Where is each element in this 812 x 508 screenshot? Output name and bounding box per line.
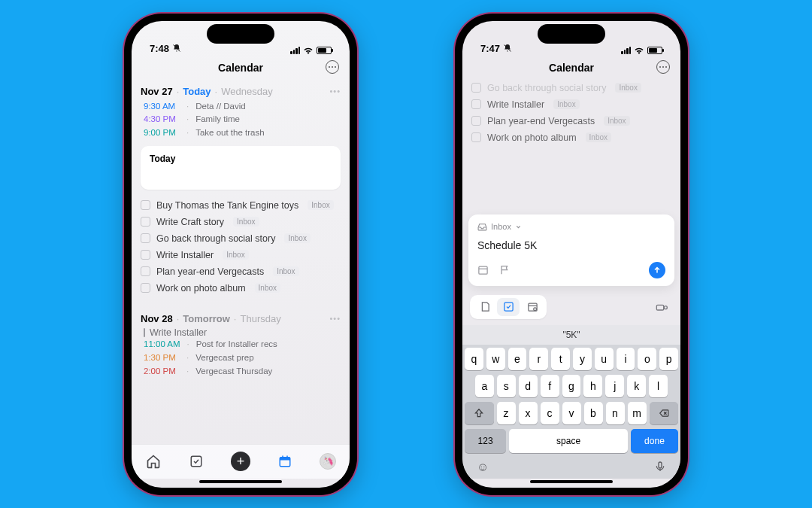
tab-add-button[interactable]: + [231, 452, 250, 471]
checkbox-icon[interactable] [141, 250, 150, 260]
checkbox-icon[interactable] [141, 200, 150, 210]
compose-title-input[interactable]: Schedule 5K [477, 239, 665, 251]
checkbox-icon[interactable] [141, 233, 150, 243]
event-row[interactable]: 2:00 PM·Vergecast Thursday [144, 365, 341, 379]
task-tag: Inbox [308, 200, 333, 210]
emoji-button[interactable]: ☺ [477, 461, 489, 474]
segment-note[interactable] [473, 298, 495, 316]
key-n[interactable]: n [606, 402, 625, 424]
key-h[interactable]: h [583, 375, 602, 397]
key-m[interactable]: m [628, 402, 647, 424]
key-l[interactable]: l [649, 375, 668, 397]
day-header-tomorrow[interactable]: Nov 28 · Tomorrow · Thursday ••• [141, 313, 341, 324]
svg-rect-13 [656, 305, 663, 310]
checkbox-icon[interactable] [141, 217, 150, 227]
key-d[interactable]: d [519, 375, 538, 397]
segment-task[interactable] [497, 298, 520, 316]
key-p[interactable]: p [659, 348, 678, 370]
svg-rect-7 [479, 266, 487, 274]
task-row[interactable]: Write InstallerInbox [141, 247, 341, 263]
task-row[interactable]: Write Craft storyInbox [141, 214, 341, 230]
date-icon[interactable] [477, 264, 489, 275]
task-row[interactable]: Buy Thomas the Tank Engine toysInbox [141, 197, 341, 214]
task-tag: Inbox [223, 250, 248, 260]
key-g[interactable]: g [562, 375, 581, 397]
flag-icon[interactable] [499, 264, 511, 275]
task-row[interactable]: Work on photo albumInbox [141, 280, 341, 297]
tab-tasks[interactable] [188, 453, 205, 470]
silent-icon [172, 44, 181, 53]
task-inline[interactable]: Write Installer [144, 327, 341, 338]
task-row[interactable]: Go back through social storyInbox [141, 230, 341, 247]
day-more-icon[interactable]: ••• [329, 314, 341, 323]
day-more-icon[interactable]: ••• [329, 87, 341, 96]
checkbox-icon [471, 132, 481, 142]
nav-bar: Calendar [462, 56, 680, 78]
date-weekday: Thursday [240, 313, 280, 324]
backspace-icon [658, 408, 670, 418]
key-123[interactable]: 123 [465, 429, 506, 453]
tab-calendar[interactable] [277, 453, 293, 470]
event-row[interactable]: 4:30 PM·Family time [144, 113, 341, 126]
checkbox-icon[interactable] [141, 266, 150, 276]
keyboard: q w e r t y u i o p a s d f g h j k l [462, 345, 680, 479]
key-r[interactable]: r [529, 348, 548, 370]
key-i[interactable]: i [617, 348, 635, 370]
key-b[interactable]: b [584, 402, 603, 424]
home-indicator[interactable] [530, 480, 613, 483]
segment-extra[interactable] [650, 298, 673, 316]
phone-right: 7:47 Calendar Go back through social sto… [455, 14, 688, 495]
keyboard-suggestion[interactable]: "5K" [462, 325, 680, 345]
event-row[interactable]: 9:30 AM·Deta // David [144, 100, 341, 114]
event-row[interactable]: 11:00 AM·Post for Installer recs [144, 338, 341, 351]
tab-profile[interactable]: 🦄 [320, 453, 336, 470]
checkbox-icon[interactable] [141, 283, 150, 293]
svg-rect-9 [504, 303, 512, 311]
key-space[interactable]: space [509, 429, 628, 453]
tab-home[interactable] [145, 453, 162, 470]
key-e[interactable]: e [508, 348, 527, 370]
svg-rect-1 [191, 456, 201, 467]
key-backspace[interactable] [650, 402, 679, 424]
key-j[interactable]: j [605, 375, 624, 397]
key-c[interactable]: c [541, 402, 559, 424]
mic-icon[interactable] [654, 461, 666, 473]
key-w[interactable]: w [486, 348, 505, 370]
key-row-2: a s d f g h j k l [465, 375, 678, 397]
key-a[interactable]: a [475, 375, 494, 397]
key-s[interactable]: s [497, 375, 516, 397]
svg-point-14 [664, 306, 667, 309]
task-row[interactable]: Plan year-end VergecastsInbox [141, 263, 341, 280]
task-row: Write InstallerInbox [471, 96, 671, 113]
date-label-today: Today [183, 86, 211, 97]
key-v[interactable]: v [562, 402, 581, 424]
shift-icon [474, 408, 484, 418]
key-k[interactable]: k [627, 375, 646, 397]
key-x[interactable]: x [519, 402, 538, 424]
day-header-today[interactable]: Nov 27 · Today · Wednesday ••• [141, 86, 341, 97]
tab-bar: + 🦄 [132, 444, 350, 479]
home-indicator[interactable] [199, 480, 282, 483]
today-card-title: Today [150, 154, 175, 164]
key-o[interactable]: o [638, 348, 656, 370]
checkbox-icon [471, 99, 481, 109]
key-z[interactable]: z [497, 402, 516, 424]
date-weekday: Wednesday [221, 86, 272, 97]
compose-list-picker[interactable]: Inbox [477, 222, 665, 232]
key-done[interactable]: done [631, 429, 678, 453]
key-f[interactable]: f [541, 375, 559, 397]
key-y[interactable]: y [573, 348, 592, 370]
key-q[interactable]: q [465, 348, 483, 370]
page-title: Calendar [549, 62, 594, 74]
key-row-1: q w e r t y u i o p [465, 348, 678, 370]
key-shift[interactable] [465, 402, 494, 424]
key-u[interactable]: u [595, 348, 614, 370]
submit-button[interactable] [649, 262, 665, 278]
segment-event[interactable] [521, 298, 544, 316]
more-button[interactable] [656, 60, 670, 74]
event-row[interactable]: 1:30 PM·Vergecast prep [144, 351, 341, 365]
more-button[interactable] [326, 60, 339, 74]
today-card[interactable]: Today [141, 146, 341, 190]
event-row[interactable]: 9:00 PM·Take out the trash [144, 126, 341, 140]
key-t[interactable]: t [551, 348, 570, 370]
